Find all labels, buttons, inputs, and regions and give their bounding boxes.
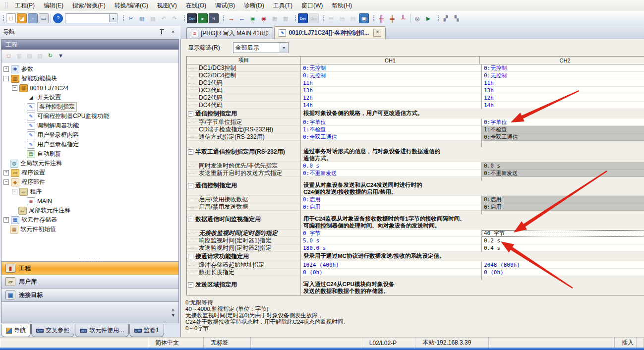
tree-item-11[interactable]: +▭程序设置 [1, 168, 178, 177]
close-icon[interactable]: × [169, 28, 177, 36]
tree-item-10[interactable]: ◍全局软元件注释 [1, 159, 178, 168]
ch2-value-cell[interactable]: 0:无控制 [481, 72, 644, 79]
set-clock-icon[interactable]: ▦ [281, 13, 291, 23]
ch1-value-cell[interactable]: 0 字节 [300, 230, 481, 237]
panel-splitter[interactable]: ········· [1, 254, 178, 261]
ch1-value-cell[interactable]: 1024 (400h) [300, 261, 481, 269]
collapse-icon[interactable]: − [188, 254, 193, 259]
tree-item-7[interactable]: ✎用户登录框内容 [1, 130, 178, 140]
realtime-monitor-icon[interactable]: ▤ [337, 13, 347, 23]
print-icon[interactable]: ▭ [39, 13, 49, 23]
device-batch-monitor-icon[interactable]: Dev [298, 13, 308, 23]
read-from-plc-icon[interactable]: ← [237, 13, 247, 23]
menu-item-3[interactable]: 转换/编译(C) [110, 0, 153, 11]
setting-name-cell[interactable]: DC2代码 [187, 94, 300, 102]
paste-data-icon[interactable]: ▨ [25, 51, 34, 60]
tree-item-8[interactable]: ✎用户登录框指定 [1, 140, 178, 149]
setting-name-cell[interactable]: CD端子检查指定(RS-232用) [187, 126, 300, 133]
tree-item-2[interactable]: −▥0010:LJ71C24 [1, 83, 178, 93]
setting-name-cell[interactable]: DC4代码 [187, 102, 300, 109]
ch1-value-cell[interactable]: 0:无控制 [300, 64, 481, 72]
ch2-value-cell[interactable]: 0 (0h) [481, 269, 644, 276]
sampling-trace-icon[interactable]: ▤ [326, 13, 336, 23]
menu-item-2[interactable]: 搜索/替换(F) [68, 0, 110, 11]
setting-name-cell[interactable]: 响应监视时间(定时器1)指定 [187, 237, 300, 244]
logging-config-icon[interactable]: ▞ [441, 13, 451, 23]
collapse-icon[interactable]: − [3, 76, 9, 81]
ch1-value-cell[interactable]: 11h [300, 79, 481, 87]
tree-item-5[interactable]: ✎可编程控制器CPU监视功能 [1, 112, 178, 121]
setting-name-cell[interactable]: DC3代码 [187, 87, 300, 94]
ch2-value-cell[interactable]: 0.2 s [481, 237, 644, 244]
setting-name-cell[interactable]: 同时发送时的优先/非优先指定 [187, 162, 300, 170]
ch1-value-cell[interactable]: 0:启用 [300, 196, 481, 203]
ch2-value-cell[interactable]: 1:不检查 [481, 126, 644, 133]
setting-name-cell[interactable]: 发送监视时间(定时器2)指定 [187, 244, 300, 252]
ladder-pulse-icon[interactable]: ╨ [398, 13, 408, 23]
ch2-value-cell[interactable]: 0:无控制 [481, 64, 644, 72]
ch2-value-cell[interactable]: 12h [481, 94, 644, 102]
menu-item-7[interactable]: 诊断(D) [239, 0, 269, 11]
tree-item-17[interactable]: ▦软元件初始值 [1, 225, 178, 234]
menu-item-10[interactable]: 帮助(H) [327, 0, 356, 11]
ch1-value-cell[interactable]: 5.0 s [300, 237, 481, 244]
ch2-value-cell[interactable]: 0:启用 [481, 196, 644, 203]
help-icon[interactable]: ? [53, 13, 63, 23]
menu-item-0[interactable]: 工程(P) [10, 0, 39, 11]
ch1-value-cell[interactable]: 0:无控制 [300, 72, 481, 79]
ch1-value-cell[interactable]: 0:全双工通信 [300, 133, 481, 141]
expand-icon[interactable]: + [3, 170, 9, 175]
setting-name-cell[interactable]: DC1代码 [187, 79, 300, 87]
collapse-icon[interactable]: − [3, 179, 9, 185]
device-hex-monitor-icon[interactable]: H [209, 13, 219, 23]
ladder-monitor-start-icon[interactable]: ╫ [376, 13, 386, 23]
setting-name-cell[interactable]: 数据长度指定 [187, 269, 300, 276]
ch1-value-cell[interactable]: 0.0 s [300, 162, 481, 170]
save-file-icon[interactable]: ▫ [28, 13, 38, 23]
menu-item-9[interactable]: 窗口(W) [297, 0, 327, 11]
setting-name-cell[interactable]: 启用/禁用接收数据 [187, 196, 300, 203]
copy-icon[interactable]: ▥ [137, 13, 147, 23]
verify-with-plc-icon[interactable]: ◉ [248, 13, 258, 23]
display-filter-select[interactable]: 全部显示 ▼ [233, 42, 289, 53]
ch2-value-cell[interactable]: 0:字单位 [481, 118, 644, 126]
menu-item-1[interactable]: 编辑(E) [39, 0, 68, 11]
tree-item-0[interactable]: +✱参数 [1, 64, 178, 74]
setting-name-cell[interactable]: 通信方式指定(RS-232用) [187, 133, 300, 141]
copy-data-icon[interactable]: ▥ [14, 51, 24, 60]
pin-icon[interactable] [159, 28, 168, 36]
setting-name-cell[interactable]: 缓冲存储器起始地址指定 [187, 261, 300, 269]
new-file-icon[interactable]: □ [6, 13, 16, 23]
ch1-value-cell[interactable]: 0 (0h) [300, 269, 481, 276]
tree-item-14[interactable]: ≣MAIN [1, 196, 178, 206]
remote-operation-icon[interactable]: ▦ [270, 13, 280, 23]
setting-name-cell[interactable]: 发送重新开启时的发送方式指定 [187, 170, 300, 177]
tree-item-13[interactable]: −▱程序 [1, 187, 178, 196]
refresh-view-icon[interactable]: ↻ [46, 51, 55, 60]
ch2-value-cell-selected[interactable]: 40 字节 [481, 230, 644, 237]
ladder-monitor-write-icon[interactable]: ╪ [387, 13, 397, 23]
data-property-icon[interactable]: ▧ [35, 51, 45, 60]
collapse-icon[interactable]: − [12, 189, 17, 194]
device-comment-icon[interactable]: Dev [187, 13, 197, 23]
paste-icon[interactable]: ▨ [148, 13, 158, 23]
cut-icon[interactable]: ✂ [126, 13, 136, 23]
docked-tab-dev-usage-list[interactable]: Dev软元件使用... [75, 324, 129, 337]
view-button-connection-destination-view[interactable]: ▣连接目标 [1, 288, 178, 301]
ch1-value-cell[interactable]: 13h [300, 87, 481, 94]
menu-item-4[interactable]: 视图(V) [153, 0, 181, 11]
collapse-icon[interactable]: − [188, 149, 193, 155]
setting-name-cell[interactable]: DC2/DC4控制 [187, 72, 300, 79]
collapse-icon[interactable]: − [188, 183, 193, 188]
ch1-value-cell[interactable]: 12h [300, 94, 481, 102]
tree-item-6[interactable]: ✎调制解调器功能 [1, 121, 178, 130]
new-data-icon[interactable]: □ [4, 51, 13, 60]
ch2-value-cell[interactable]: 0.4 s [481, 244, 644, 252]
sort-filter-icon[interactable]: ▼ [56, 51, 65, 60]
write-to-plc-icon[interactable]: → [226, 13, 236, 23]
pc-monitor-icon[interactable]: ▣ [359, 13, 369, 23]
ch2-value-cell[interactable]: 14h [481, 102, 644, 109]
setting-name-cell[interactable]: DC1/DC3控制 [187, 64, 300, 72]
ch1-value-cell[interactable]: 0:字单位 [300, 118, 481, 126]
docked-tab-navigation-tree[interactable]: 导航 [1, 324, 31, 337]
